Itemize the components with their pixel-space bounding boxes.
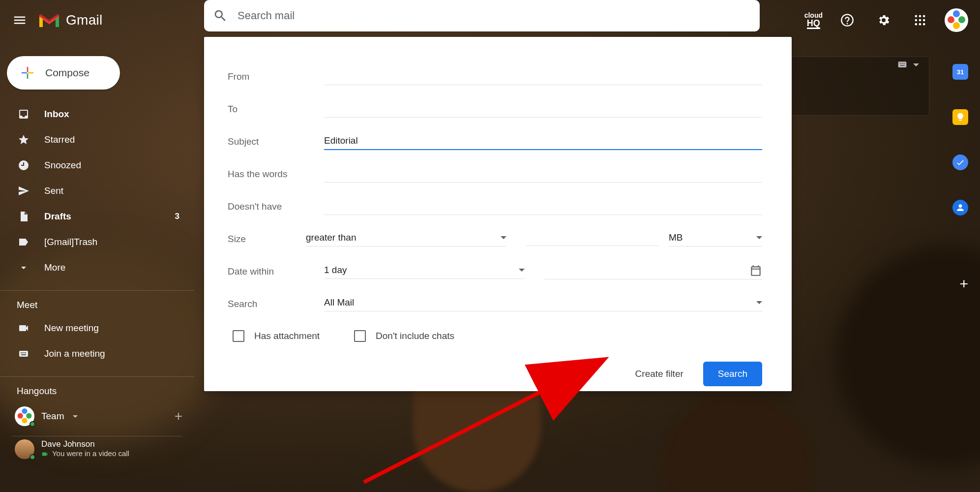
search-button[interactable]: Search xyxy=(703,362,762,386)
search-input[interactable] xyxy=(237,9,751,23)
sidebar-label-starred: Starred xyxy=(44,134,75,145)
contacts-addon[interactable] xyxy=(952,200,968,215)
has-attachment-checkbox[interactable]: Has attachment xyxy=(233,330,320,342)
tasks-addon[interactable] xyxy=(952,154,968,170)
svg-rect-11 xyxy=(22,352,23,353)
svg-rect-14 xyxy=(21,354,26,355)
size-unit-select[interactable]: MB xyxy=(669,232,762,246)
svg-rect-12 xyxy=(24,352,25,353)
plus-icon xyxy=(20,65,35,81)
sidebar-item-more[interactable]: More xyxy=(0,255,194,280)
subject-input[interactable] xyxy=(324,133,762,150)
create-filter-button[interactable]: Create filter xyxy=(635,369,683,379)
sidebar-item-trash[interactable]: [Gmail]Trash xyxy=(0,229,194,255)
search-in-select[interactable]: All Mail xyxy=(324,297,762,311)
size-value-input[interactable] xyxy=(526,232,659,246)
doesnt-have-label: Doesn't have xyxy=(228,201,324,212)
clock-icon xyxy=(18,159,30,171)
gmail-wordmark: Gmail xyxy=(66,12,103,28)
add-addon-button[interactable]: + xyxy=(959,276,968,292)
google-apps-button[interactable] xyxy=(908,8,932,32)
chevron-down-icon xyxy=(501,236,506,239)
doesnt-have-input[interactable] xyxy=(324,199,762,215)
mail-toolbar-placeholder xyxy=(792,57,929,116)
svg-point-3 xyxy=(915,19,918,22)
sidebar-label-more: More xyxy=(44,262,65,273)
search-bar[interactable] xyxy=(204,0,760,31)
sidebar-item-sent[interactable]: Sent xyxy=(0,178,194,204)
svg-rect-9 xyxy=(19,351,28,357)
user-status-text: You were in a video call xyxy=(52,449,129,458)
sidebar-label-snoozed: Snoozed xyxy=(44,160,81,171)
cloudhq-button[interactable]: cloud HQ xyxy=(804,12,823,29)
side-rail: 31 xyxy=(941,49,980,215)
gmail-m-icon xyxy=(37,11,61,29)
search-in-label: Search xyxy=(228,299,324,309)
star-icon xyxy=(18,134,30,146)
gmail-logo[interactable]: Gmail xyxy=(37,11,103,29)
date-picker-input[interactable] xyxy=(544,264,762,279)
user-avatar xyxy=(15,439,34,459)
svg-rect-21 xyxy=(900,65,905,66)
join-meeting-button[interactable]: Join a meeting xyxy=(0,341,194,367)
chevron-down-icon xyxy=(756,236,762,239)
svg-rect-19 xyxy=(903,63,904,64)
drafts-count: 3 xyxy=(175,212,179,221)
svg-rect-16 xyxy=(899,63,900,64)
person-icon xyxy=(955,203,965,213)
user-status: You were in a video call xyxy=(41,449,129,458)
bg-blob xyxy=(836,246,980,467)
search-icon xyxy=(213,8,228,23)
bg-blob xyxy=(664,394,811,492)
sidebar-item-inbox[interactable]: Inbox xyxy=(0,101,194,127)
hangouts-section-label: Hangouts xyxy=(0,376,194,401)
keep-addon[interactable] xyxy=(952,109,968,125)
gear-icon xyxy=(877,13,891,27)
svg-point-1 xyxy=(919,15,921,18)
to-input[interactable] xyxy=(324,101,762,118)
video-icon xyxy=(18,322,30,334)
compose-button[interactable]: Compose xyxy=(7,56,120,90)
has-words-input[interactable] xyxy=(324,166,762,183)
svg-point-5 xyxy=(923,19,925,22)
svg-point-7 xyxy=(919,23,921,26)
compose-label: Compose xyxy=(45,67,89,79)
has-words-label: Has the words xyxy=(228,169,324,180)
calendar-icon xyxy=(749,264,762,277)
hangouts-team-row[interactable]: Team + xyxy=(0,401,194,431)
sidebar-item-snoozed[interactable]: Snoozed xyxy=(0,153,194,178)
dont-include-chats-checkbox[interactable]: Don't include chats xyxy=(354,330,454,342)
chevron-down-icon xyxy=(18,262,30,274)
date-within-select[interactable]: 1 day xyxy=(324,265,525,279)
svg-point-2 xyxy=(923,15,925,18)
input-tool-selector[interactable] xyxy=(895,60,919,70)
new-hangout-button[interactable]: + xyxy=(175,408,182,424)
video-small-icon xyxy=(41,451,48,458)
hangouts-user-row[interactable]: Dave Johnson You were in a video call xyxy=(0,436,194,462)
subject-label: Subject xyxy=(228,136,324,147)
account-avatar[interactable] xyxy=(945,8,968,32)
team-avatar xyxy=(15,406,34,426)
sidebar-label-drafts: Drafts xyxy=(44,211,71,222)
main-menu-button[interactable] xyxy=(5,5,34,35)
svg-point-6 xyxy=(915,23,918,26)
svg-rect-15 xyxy=(898,62,907,67)
sidebar-label-inbox: Inbox xyxy=(44,109,69,120)
size-operator-select[interactable]: greater than xyxy=(306,232,506,246)
svg-rect-18 xyxy=(902,63,903,64)
search-filter-panel: From To Subject Has the words Doesn't ha… xyxy=(204,37,792,391)
checkbox-icon xyxy=(354,330,366,342)
svg-rect-20 xyxy=(904,63,905,64)
from-input[interactable] xyxy=(324,69,762,85)
sidebar-item-starred[interactable]: Starred xyxy=(0,127,194,153)
size-label: Size xyxy=(228,234,306,245)
chevron-down-icon xyxy=(913,63,919,66)
settings-button[interactable] xyxy=(872,8,895,32)
apps-grid-icon xyxy=(913,13,927,27)
new-meeting-button[interactable]: New meeting xyxy=(0,315,194,341)
calendar-addon[interactable]: 31 xyxy=(952,64,968,80)
sidebar-item-drafts[interactable]: Drafts 3 xyxy=(0,204,194,229)
keyboard-icon xyxy=(18,348,30,360)
support-button[interactable] xyxy=(835,8,859,32)
to-label: To xyxy=(228,104,324,115)
